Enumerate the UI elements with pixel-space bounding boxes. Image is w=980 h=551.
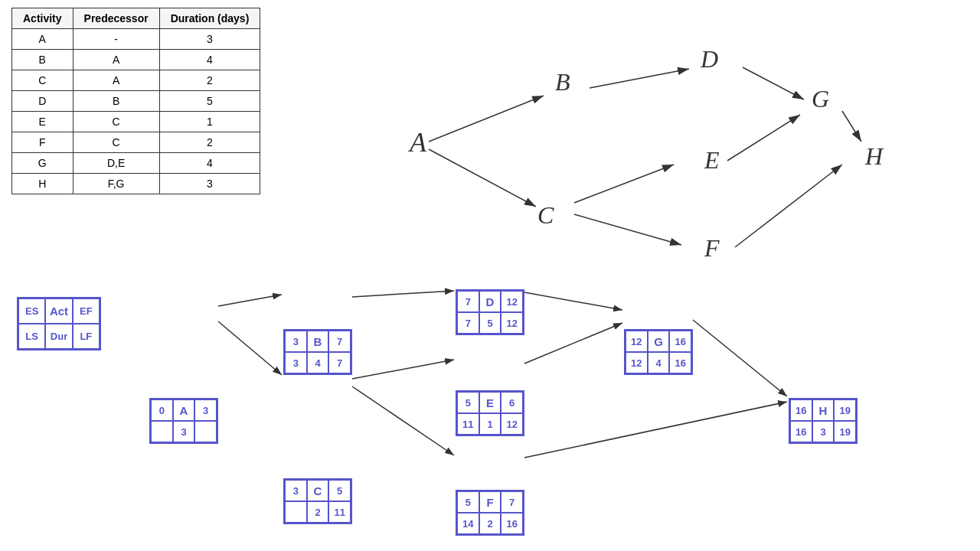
table-cell: H bbox=[12, 174, 74, 194]
cpm-f-ef: 7 bbox=[501, 491, 523, 513]
svg-line-27 bbox=[693, 320, 787, 396]
cpm-g-act: G bbox=[648, 331, 670, 352]
table-cell: A bbox=[73, 50, 159, 70]
svg-line-8 bbox=[735, 165, 842, 247]
cpm-b-ls: 3 bbox=[285, 352, 307, 373]
svg-line-6 bbox=[743, 67, 804, 99]
cpm-b-dur: 4 bbox=[307, 352, 329, 373]
cpm-h-ef: 19 bbox=[834, 399, 856, 421]
cpm-node-d: 7 D 12 7 5 12 bbox=[456, 289, 524, 335]
table-cell: A bbox=[12, 29, 74, 50]
cpm-g-es: 12 bbox=[626, 331, 648, 352]
svg-line-9 bbox=[842, 111, 861, 142]
table-row: GD,E4 bbox=[12, 153, 260, 174]
table-row: HF,G3 bbox=[12, 174, 260, 194]
svg-line-19 bbox=[218, 295, 282, 306]
cpm-f-lf: 16 bbox=[501, 513, 523, 534]
cpm-node-h: 16 H 19 16 3 19 bbox=[789, 398, 858, 444]
cpm-node-g: 12 G 16 12 4 16 bbox=[624, 329, 693, 375]
cpm-c-lf: 11 bbox=[328, 501, 351, 523]
cpm-c-es: 3 bbox=[285, 480, 307, 501]
cpm-d-es: 7 bbox=[457, 291, 479, 312]
cpm-b-ef: 7 bbox=[328, 331, 351, 352]
table-row: FC2 bbox=[12, 132, 260, 153]
table-cell: C bbox=[73, 132, 159, 153]
table-cell: 4 bbox=[159, 50, 260, 70]
activity-table: Activity Predecessor Duration (days) A-3… bbox=[11, 8, 260, 194]
cpm-node-b: 3 B 7 3 4 7 bbox=[283, 329, 352, 375]
cpm-g-ls: 12 bbox=[626, 352, 648, 373]
table-cell: A bbox=[73, 70, 159, 91]
table-row: CA2 bbox=[12, 70, 260, 91]
cpm-h-act: H bbox=[812, 399, 835, 421]
table-cell: - bbox=[73, 29, 159, 50]
table-cell: B bbox=[12, 50, 74, 70]
col-header-activity: Activity bbox=[12, 8, 74, 29]
cpm-a-es: 0 bbox=[151, 399, 173, 421]
cpm-a-lf bbox=[194, 421, 217, 442]
svg-text:C: C bbox=[537, 201, 554, 229]
svg-line-23 bbox=[352, 386, 454, 455]
table-cell: C bbox=[73, 112, 159, 132]
table-cell: F bbox=[12, 132, 74, 153]
cpm-node-f: 5 F 7 14 2 16 bbox=[456, 490, 524, 536]
legend-lf: LF bbox=[73, 324, 100, 349]
network-diagram: A B C D E F G H bbox=[352, 23, 926, 276]
legend-box: ES Act EF LS Dur LF bbox=[17, 297, 101, 350]
cpm-e-ef: 6 bbox=[501, 392, 523, 413]
cpm-a-dur: 3 bbox=[173, 421, 195, 442]
cpm-h-dur: 3 bbox=[812, 421, 835, 442]
cpm-node-a: 0 A 3 3 bbox=[149, 398, 218, 444]
cpm-b-lf: 7 bbox=[328, 352, 351, 373]
svg-text:F: F bbox=[704, 234, 720, 262]
cpm-f-es: 5 bbox=[457, 491, 479, 513]
cpm-h-es: 16 bbox=[790, 399, 812, 421]
table-cell: D bbox=[12, 91, 74, 112]
legend-dur: Dur bbox=[45, 324, 72, 349]
svg-line-21 bbox=[352, 291, 454, 297]
cpm-e-ls: 11 bbox=[457, 413, 479, 435]
cpm-g-lf: 16 bbox=[669, 352, 691, 373]
legend-ef: EF bbox=[73, 298, 100, 324]
table-cell: 4 bbox=[159, 153, 260, 174]
table-cell: 5 bbox=[159, 91, 260, 112]
svg-text:H: H bbox=[864, 142, 884, 170]
cpm-g-dur: 4 bbox=[648, 352, 670, 373]
cpm-d-dur: 5 bbox=[479, 312, 501, 334]
svg-line-2 bbox=[429, 149, 536, 207]
svg-line-24 bbox=[524, 292, 622, 310]
cpm-f-dur: 2 bbox=[479, 513, 501, 534]
cpm-c-dur: 2 bbox=[307, 501, 329, 523]
cpm-node-c: 3 C 5 2 11 bbox=[283, 478, 352, 524]
cpm-node-e: 5 E 6 11 1 12 bbox=[456, 390, 524, 436]
cpm-a-ls bbox=[151, 421, 173, 442]
cpm-a-ef: 3 bbox=[194, 399, 217, 421]
col-header-predecessor: Predecessor bbox=[73, 8, 159, 29]
svg-text:D: D bbox=[700, 45, 718, 73]
cpm-d-lf: 12 bbox=[501, 312, 523, 334]
table-cell: G bbox=[12, 153, 74, 174]
cpm-d-ef: 12 bbox=[501, 291, 523, 312]
table-cell: 2 bbox=[159, 70, 260, 91]
table-cell: C bbox=[12, 70, 74, 91]
cpm-e-es: 5 bbox=[457, 392, 479, 413]
table-row: DB5 bbox=[12, 91, 260, 112]
svg-text:E: E bbox=[704, 146, 720, 174]
cpm-d-ls: 7 bbox=[457, 312, 479, 334]
svg-line-1 bbox=[429, 96, 544, 142]
cpm-d-act: D bbox=[479, 291, 501, 312]
col-header-duration: Duration (days) bbox=[159, 8, 260, 29]
cpm-b-es: 3 bbox=[285, 331, 307, 352]
cpm-h-lf: 19 bbox=[834, 421, 856, 442]
table-cell: F,G bbox=[73, 174, 159, 194]
svg-line-25 bbox=[524, 323, 622, 364]
svg-line-22 bbox=[352, 360, 454, 379]
table-cell: 3 bbox=[159, 174, 260, 194]
cpm-c-ls bbox=[285, 501, 307, 523]
cpm-g-ef: 16 bbox=[669, 331, 691, 352]
cpm-e-act: E bbox=[479, 392, 501, 413]
svg-line-3 bbox=[590, 69, 689, 88]
cpm-b-act: B bbox=[307, 331, 329, 352]
svg-line-26 bbox=[524, 402, 787, 458]
table-cell: E bbox=[12, 112, 74, 132]
